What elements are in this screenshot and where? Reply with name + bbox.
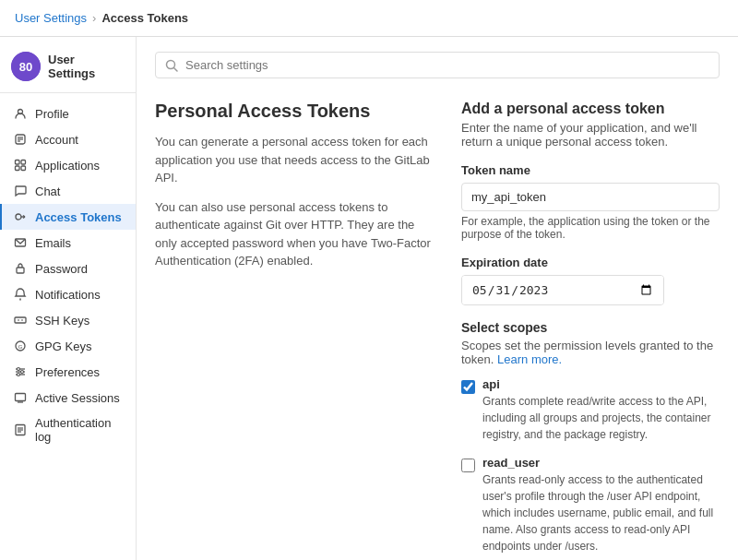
sidebar-item-label-applications: Applications — [35, 159, 100, 173]
sessions-icon — [13, 390, 28, 405]
sidebar-item-label-profile: Profile — [35, 107, 69, 121]
date-input-wrap[interactable] — [461, 275, 664, 305]
scope-checkbox-api[interactable] — [461, 380, 475, 394]
sidebar-items-container: Profile Account Applications Chat Access… — [0, 101, 136, 449]
sidebar-item-label-emails: Emails — [35, 236, 71, 250]
scope-desc-read_user: Grants read-only access to the authentic… — [482, 471, 720, 554]
svg-rect-16 — [17, 268, 24, 273]
expiration-date-input[interactable] — [462, 276, 663, 304]
sidebar-item-notifications[interactable]: Notifications — [0, 281, 136, 307]
svg-rect-9 — [16, 166, 20, 171]
expiration-group: Expiration date — [461, 256, 720, 305]
password-icon — [13, 261, 28, 276]
token-icon — [13, 209, 28, 224]
section-title: Add a personal access token — [461, 101, 720, 117]
topbar-parent-link[interactable]: User Settings — [15, 11, 87, 25]
applications-icon — [13, 158, 28, 173]
search-icon — [165, 59, 178, 72]
log-icon — [13, 423, 28, 437]
avatar: 80 — [11, 52, 41, 81]
scopes-group: Select scopes Scopes set the permission … — [461, 320, 720, 560]
section-subtitle: Enter the name of your application, and … — [461, 121, 720, 149]
account-icon — [13, 132, 28, 147]
svg-text:80: 80 — [19, 60, 32, 74]
token-name-label: Token name — [461, 163, 720, 177]
sidebar-item-active-sessions[interactable]: Active Sessions — [0, 385, 136, 411]
email-icon — [13, 235, 28, 250]
search-input[interactable] — [185, 58, 709, 72]
sidebar: 80 User Settings Profile Account Applica… — [0, 37, 137, 560]
svg-point-27 — [21, 371, 24, 374]
user-icon — [13, 106, 28, 121]
page-title: Personal Access Tokens — [155, 101, 432, 122]
sidebar-item-label-auth-log: Authentication log — [35, 416, 125, 444]
token-name-group: Token name For example, the application … — [461, 163, 720, 241]
scope-desc-api: Grants complete read/write access to the… — [482, 393, 720, 443]
sidebar-item-label-preferences: Preferences — [35, 365, 100, 379]
scope-info-api: api Grants complete read/write access to… — [482, 377, 720, 443]
scopes-subtitle: Scopes set the permission levels granted… — [461, 339, 720, 366]
search-bar[interactable] — [155, 52, 720, 78]
sidebar-item-label-password: Password — [35, 262, 88, 276]
topbar: User Settings › Access Tokens — [0, 0, 738, 37]
topbar-separator: › — [92, 11, 96, 25]
sidebar-item-label-gpg-keys: GPG Keys — [35, 340, 91, 353]
sidebar-item-applications[interactable]: Applications — [0, 152, 136, 178]
sidebar-item-auth-log[interactable]: Authentication log — [0, 411, 136, 449]
scope-info-read_user: read_user Grants read-only access to the… — [482, 456, 720, 554]
token-name-input[interactable] — [461, 183, 720, 211]
sidebar-title: User Settings — [48, 53, 125, 80]
svg-line-36 — [174, 67, 178, 71]
scope-item-read_user: read_user Grants read-only access to the… — [461, 456, 720, 554]
token-name-hint: For example, the application using the t… — [461, 215, 720, 241]
description-para-1: You can generate a personal access token… — [155, 133, 432, 187]
sidebar-item-label-chat: Chat — [35, 185, 60, 198]
expiration-label: Expiration date — [461, 256, 720, 269]
learn-more-link[interactable]: Learn more. — [497, 352, 562, 366]
svg-rect-18 — [15, 317, 26, 323]
svg-rect-10 — [21, 166, 26, 171]
sidebar-item-account[interactable]: Account — [0, 126, 136, 152]
svg-point-26 — [18, 368, 20, 371]
svg-text:G: G — [18, 344, 23, 350]
sidebar-item-label-access-tokens: Access Tokens — [35, 210, 122, 224]
svg-point-28 — [18, 374, 20, 376]
sidebar-item-preferences[interactable]: Preferences — [0, 359, 136, 385]
preferences-icon — [13, 364, 28, 379]
svg-rect-7 — [16, 161, 20, 165]
svg-point-11 — [16, 214, 21, 220]
notifications-icon — [13, 287, 28, 302]
chat-icon — [13, 184, 28, 198]
sidebar-item-password[interactable]: Password — [0, 256, 136, 281]
scopes-title: Select scopes — [461, 320, 720, 335]
svg-rect-8 — [21, 161, 26, 165]
sidebar-item-label-ssh-keys: SSH Keys — [35, 314, 89, 328]
right-column: Add a personal access token Enter the na… — [461, 101, 720, 560]
scope-name-read_user: read_user — [482, 456, 720, 470]
main-content: Personal Access Tokens You can generate … — [137, 37, 738, 560]
sidebar-item-label-notifications: Notifications — [35, 288, 101, 302]
topbar-current-page: Access Tokens — [101, 11, 188, 25]
sidebar-item-access-tokens[interactable]: Access Tokens — [0, 204, 136, 230]
sidebar-item-emails[interactable]: Emails — [0, 230, 136, 256]
sidebar-item-profile[interactable]: Profile — [0, 101, 136, 126]
left-column: Personal Access Tokens You can generate … — [155, 101, 432, 560]
svg-rect-29 — [16, 394, 26, 401]
gpg-icon: G — [13, 339, 28, 353]
two-col-layout: Personal Access Tokens You can generate … — [155, 101, 720, 560]
sidebar-item-label-account: Account — [35, 133, 78, 147]
ssh-icon — [13, 313, 28, 328]
sidebar-user-header: 80 User Settings — [0, 44, 136, 93]
scope-name-api: api — [482, 377, 720, 391]
scope-item-api: api Grants complete read/write access to… — [461, 377, 720, 443]
sidebar-item-chat[interactable]: Chat — [0, 178, 136, 204]
scopes-list: api Grants complete read/write access to… — [461, 377, 720, 560]
sidebar-item-ssh-keys[interactable]: SSH Keys — [0, 307, 136, 333]
sidebar-item-label-active-sessions: Active Sessions — [35, 391, 120, 405]
avatar-image: 80 — [11, 52, 41, 81]
description-para-2: You can also use personal access tokens … — [155, 198, 432, 270]
scope-checkbox-read_user[interactable] — [461, 459, 475, 472]
sidebar-item-gpg-keys[interactable]: G GPG Keys — [0, 333, 136, 359]
